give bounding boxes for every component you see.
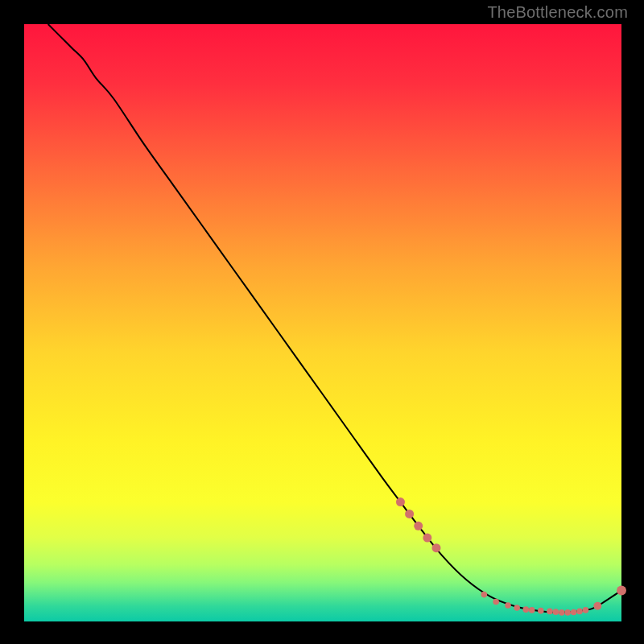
highlight-point (547, 609, 553, 615)
highlight-point (593, 602, 601, 610)
watermark-label: TheBottleneck.com (487, 3, 628, 22)
highlight-point (505, 602, 511, 609)
chart-frame: TheBottleneck.com (0, 0, 644, 644)
highlight-point (529, 607, 535, 613)
highlight-point (522, 606, 529, 613)
highlight-point (564, 609, 571, 616)
highlight-point (571, 609, 577, 616)
highlight-point (423, 534, 431, 543)
highlight-point (493, 599, 499, 605)
highlight-point (396, 497, 405, 506)
highlight-point (576, 609, 583, 615)
highlight-point (553, 609, 559, 615)
highlight-point (481, 592, 488, 598)
highlight-point (514, 605, 520, 611)
bottleneck-chart (0, 0, 644, 644)
highlight-point (431, 543, 440, 552)
heat-gradient-background (24, 24, 621, 621)
highlight-point (405, 510, 414, 518)
highlight-point (617, 585, 626, 595)
highlight-point (559, 609, 565, 616)
highlight-point (583, 607, 589, 613)
highlight-point (538, 608, 544, 614)
highlight-point (414, 522, 423, 530)
